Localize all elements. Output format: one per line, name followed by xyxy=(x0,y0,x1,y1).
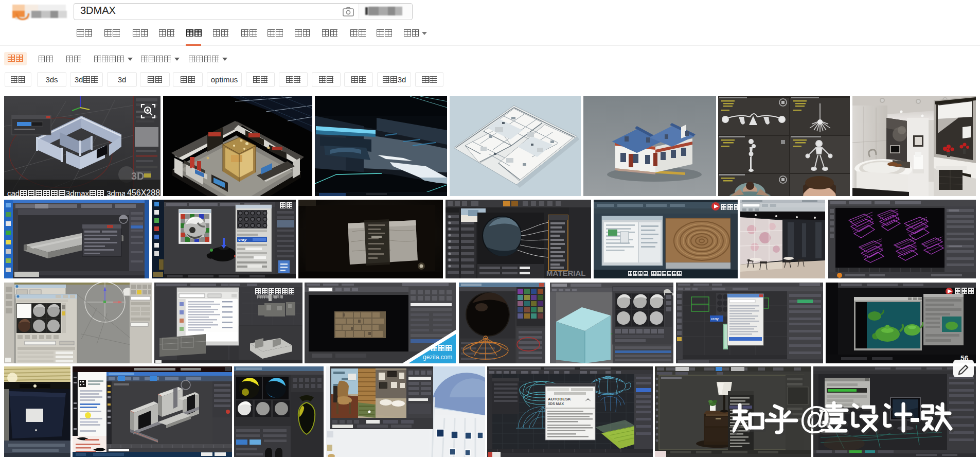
svg-text:vray: vray xyxy=(711,317,719,321)
svg-text:MATERIAL: MATERIAL xyxy=(546,269,585,277)
svg-text:@: @ xyxy=(799,401,831,435)
svg-text:3DS MAX: 3DS MAX xyxy=(548,402,564,406)
svg-text:AUTODESK: AUTODESK xyxy=(548,397,571,401)
svg-text:vray: vray xyxy=(238,237,247,242)
